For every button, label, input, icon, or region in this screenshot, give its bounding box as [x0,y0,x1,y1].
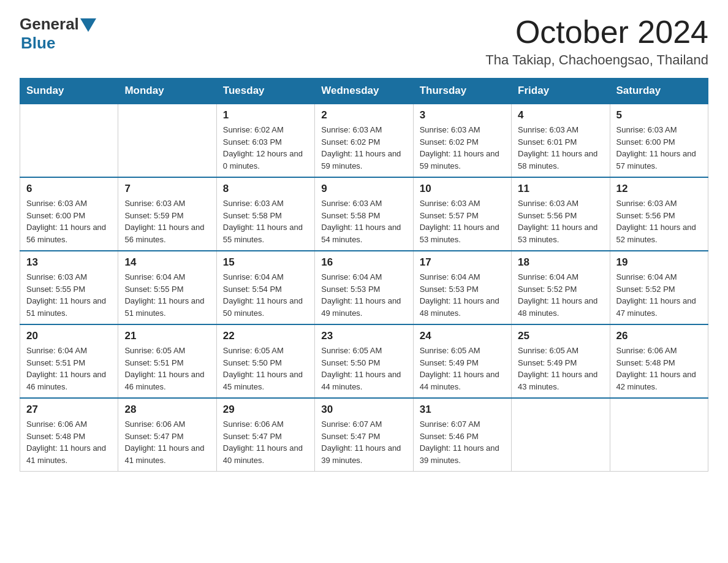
week-row-1: 1Sunrise: 6:02 AMSunset: 6:03 PMDaylight… [20,104,708,177]
cell-info: Sunrise: 6:03 AMSunset: 6:02 PMDaylight:… [321,124,406,172]
header-thursday: Thursday [413,79,511,104]
cell-info: Sunrise: 6:06 AMSunset: 5:48 PMDaylight:… [26,418,112,466]
location-title: Tha Takiap, Chachoengsao, Thailand [485,52,708,68]
cell-info: Sunrise: 6:02 AMSunset: 6:03 PMDaylight:… [223,124,308,172]
logo: General Blue [20,15,96,53]
cell-day-number: 25 [518,330,603,342]
calendar-cell: 14Sunrise: 6:04 AMSunset: 5:55 PMDayligh… [118,251,216,324]
calendar-cell: 8Sunrise: 6:03 AMSunset: 5:58 PMDaylight… [216,177,314,251]
cell-day-number: 3 [420,109,505,121]
cell-day-number: 2 [321,109,406,121]
calendar-cell [20,104,118,177]
cell-info: Sunrise: 6:04 AMSunset: 5:53 PMDaylight:… [321,271,406,319]
cell-day-number: 1 [223,109,308,121]
cell-info: Sunrise: 6:04 AMSunset: 5:53 PMDaylight:… [420,271,505,319]
calendar-cell: 17Sunrise: 6:04 AMSunset: 5:53 PMDayligh… [413,251,511,324]
cell-day-number: 30 [321,404,406,416]
calendar-cell: 23Sunrise: 6:05 AMSunset: 5:50 PMDayligh… [315,324,413,398]
calendar-cell: 30Sunrise: 6:07 AMSunset: 5:47 PMDayligh… [315,398,413,472]
cell-day-number: 12 [616,183,702,195]
calendar-cell: 18Sunrise: 6:04 AMSunset: 5:52 PMDayligh… [512,251,610,324]
cell-info: Sunrise: 6:03 AMSunset: 5:59 PMDaylight:… [124,197,210,245]
header-friday: Friday [512,79,610,104]
cell-info: Sunrise: 6:03 AMSunset: 5:57 PMDaylight:… [420,197,505,245]
cell-day-number: 18 [518,256,603,269]
calendar-cell: 1Sunrise: 6:02 AMSunset: 6:03 PMDaylight… [216,104,314,177]
calendar-cell [512,398,610,472]
cell-day-number: 15 [223,256,308,269]
cell-day-number: 14 [124,256,210,269]
cell-day-number: 9 [321,183,406,195]
cell-info: Sunrise: 6:03 AMSunset: 5:58 PMDaylight:… [223,197,308,245]
calendar-cell: 10Sunrise: 6:03 AMSunset: 5:57 PMDayligh… [413,177,511,251]
calendar-cell: 21Sunrise: 6:05 AMSunset: 5:51 PMDayligh… [118,324,216,398]
cell-info: Sunrise: 6:03 AMSunset: 5:55 PMDaylight:… [26,271,112,319]
cell-day-number: 31 [420,404,505,416]
cell-day-number: 7 [124,183,210,195]
cell-info: Sunrise: 6:04 AMSunset: 5:55 PMDaylight:… [124,271,210,319]
cell-info: Sunrise: 6:04 AMSunset: 5:51 PMDaylight:… [26,345,112,393]
cell-day-number: 27 [26,404,112,416]
cell-day-number: 6 [26,183,112,195]
cell-day-number: 4 [518,109,603,121]
header-saturday: Saturday [610,79,708,104]
cell-day-number: 8 [223,183,308,195]
cell-info: Sunrise: 6:04 AMSunset: 5:54 PMDaylight:… [223,271,308,319]
cell-info: Sunrise: 6:03 AMSunset: 6:02 PMDaylight:… [420,124,505,172]
calendar-cell: 15Sunrise: 6:04 AMSunset: 5:54 PMDayligh… [216,251,314,324]
calendar-cell: 12Sunrise: 6:03 AMSunset: 5:56 PMDayligh… [610,177,708,251]
calendar-cell: 11Sunrise: 6:03 AMSunset: 5:56 PMDayligh… [512,177,610,251]
cell-info: Sunrise: 6:07 AMSunset: 5:47 PMDaylight:… [321,418,406,466]
header-row: SundayMondayTuesdayWednesdayThursdayFrid… [20,79,708,104]
cell-info: Sunrise: 6:03 AMSunset: 5:56 PMDaylight:… [616,197,702,245]
cell-info: Sunrise: 6:06 AMSunset: 5:47 PMDaylight:… [223,418,308,466]
cell-day-number: 24 [420,330,505,342]
cell-day-number: 21 [124,330,210,342]
calendar-cell: 2Sunrise: 6:03 AMSunset: 6:02 PMDaylight… [315,104,413,177]
calendar-cell: 6Sunrise: 6:03 AMSunset: 6:00 PMDaylight… [20,177,118,251]
cell-info: Sunrise: 6:05 AMSunset: 5:50 PMDaylight:… [321,345,406,393]
calendar-cell: 7Sunrise: 6:03 AMSunset: 5:59 PMDaylight… [118,177,216,251]
cell-info: Sunrise: 6:07 AMSunset: 5:46 PMDaylight:… [420,418,505,466]
calendar-cell [118,104,216,177]
cell-info: Sunrise: 6:04 AMSunset: 5:52 PMDaylight:… [518,271,603,319]
week-row-2: 6Sunrise: 6:03 AMSunset: 6:00 PMDaylight… [20,177,708,251]
header-wednesday: Wednesday [315,79,413,104]
cell-day-number: 17 [420,256,505,269]
calendar-cell: 9Sunrise: 6:03 AMSunset: 5:58 PMDaylight… [315,177,413,251]
logo-blue-text: Blue [21,34,55,53]
cell-info: Sunrise: 6:03 AMSunset: 5:58 PMDaylight:… [321,197,406,245]
calendar-cell: 25Sunrise: 6:05 AMSunset: 5:49 PMDayligh… [512,324,610,398]
cell-day-number: 20 [26,330,112,342]
cell-info: Sunrise: 6:03 AMSunset: 5:56 PMDaylight:… [518,197,603,245]
title-area: October 2024 Tha Takiap, Chachoengsao, T… [485,15,708,68]
calendar-cell: 31Sunrise: 6:07 AMSunset: 5:46 PMDayligh… [413,398,511,472]
cell-day-number: 10 [420,183,505,195]
calendar-cell: 22Sunrise: 6:05 AMSunset: 5:50 PMDayligh… [216,324,314,398]
week-row-5: 27Sunrise: 6:06 AMSunset: 5:48 PMDayligh… [20,398,708,472]
logo-general-text: General [20,15,79,34]
week-row-3: 13Sunrise: 6:03 AMSunset: 5:55 PMDayligh… [20,251,708,324]
cell-info: Sunrise: 6:05 AMSunset: 5:49 PMDaylight:… [420,345,505,393]
calendar-cell: 26Sunrise: 6:06 AMSunset: 5:48 PMDayligh… [610,324,708,398]
cell-day-number: 28 [124,404,210,416]
cell-day-number: 16 [321,256,406,269]
calendar-cell: 20Sunrise: 6:04 AMSunset: 5:51 PMDayligh… [20,324,118,398]
cell-info: Sunrise: 6:03 AMSunset: 6:00 PMDaylight:… [616,124,702,172]
cell-day-number: 26 [616,330,702,342]
calendar-cell: 13Sunrise: 6:03 AMSunset: 5:55 PMDayligh… [20,251,118,324]
calendar-cell: 29Sunrise: 6:06 AMSunset: 5:47 PMDayligh… [216,398,314,472]
cell-day-number: 29 [223,404,308,416]
cell-day-number: 5 [616,109,702,121]
cell-day-number: 13 [26,256,112,269]
calendar-cell: 3Sunrise: 6:03 AMSunset: 6:02 PMDaylight… [413,104,511,177]
calendar-cell: 24Sunrise: 6:05 AMSunset: 5:49 PMDayligh… [413,324,511,398]
calendar-cell [610,398,708,472]
cell-day-number: 19 [616,256,702,269]
cell-day-number: 23 [321,330,406,342]
logo-triangle-icon [80,18,96,32]
calendar-cell: 4Sunrise: 6:03 AMSunset: 6:01 PMDaylight… [512,104,610,177]
cell-info: Sunrise: 6:05 AMSunset: 5:51 PMDaylight:… [124,345,210,393]
calendar-table: SundayMondayTuesdayWednesdayThursdayFrid… [20,78,708,472]
calendar-cell: 27Sunrise: 6:06 AMSunset: 5:48 PMDayligh… [20,398,118,472]
